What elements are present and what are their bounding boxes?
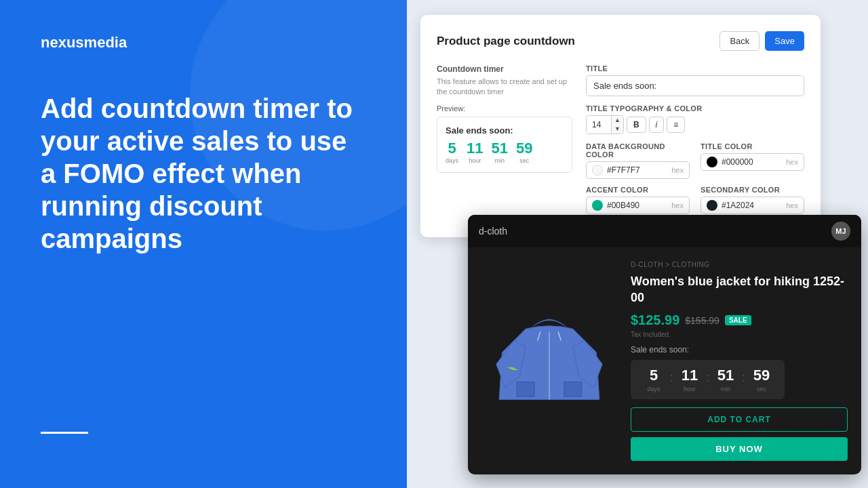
title-input[interactable] bbox=[586, 75, 804, 96]
accent-color-swatch bbox=[592, 200, 603, 211]
header-buttons: Back Save bbox=[719, 31, 804, 51]
title-color-input-row[interactable]: #000000 hex bbox=[701, 153, 804, 171]
align-button[interactable]: ≡ bbox=[667, 117, 685, 133]
dark-days-unit: 5 days bbox=[640, 367, 667, 392]
logo-suffix: media bbox=[84, 34, 127, 51]
preview-sec-unit: 59 sec bbox=[516, 141, 532, 164]
title-color-hex-label: hex bbox=[786, 158, 798, 166]
dark-hours-num: 11 bbox=[676, 367, 703, 384]
sale-badge: SALE bbox=[725, 315, 751, 325]
accent-color-input-row[interactable]: #00B490 hex bbox=[586, 197, 690, 214]
dark-sep3: : bbox=[739, 371, 748, 389]
section-desc: This feature allows to create and set up… bbox=[437, 77, 572, 98]
typography-row: ▲ ▼ B i ≡ bbox=[586, 115, 804, 134]
preview-min-unit: 51 min bbox=[492, 141, 508, 164]
back-button[interactable]: Back bbox=[719, 31, 760, 51]
italic-button[interactable]: i bbox=[649, 117, 665, 133]
logo: nexusmedia bbox=[41, 34, 366, 52]
right-area: Product page countdown Back Save Countdo… bbox=[407, 0, 868, 488]
preview-min-label: min bbox=[492, 157, 508, 164]
secondary-color-field: Secondary color #1A2024 hex bbox=[701, 186, 804, 214]
data-bg-hex-label: hex bbox=[671, 166, 684, 174]
dark-hours-unit: 11 hour bbox=[676, 367, 703, 392]
preview-sec-num: 59 bbox=[516, 141, 532, 156]
preview-hours-unit: 11 hour bbox=[467, 141, 483, 164]
secondary-color-input-row[interactable]: #1A2024 hex bbox=[701, 197, 804, 214]
admin-left-col: Countdown timer This feature allows to c… bbox=[437, 64, 572, 221]
dark-sec-unit: 59 sec bbox=[748, 367, 775, 392]
admin-content: Countdown timer This feature allows to c… bbox=[437, 64, 804, 221]
dark-countdown: 5 days : 11 hour : 51 min : 59 bbox=[631, 360, 785, 399]
preview-days-label: days bbox=[446, 157, 458, 164]
store-card: d-cloth MJ bbox=[468, 215, 861, 474]
dark-days-label: days bbox=[640, 386, 667, 392]
preview-sale-title: Sale ends soon: bbox=[446, 125, 564, 136]
dark-sep2: : bbox=[703, 371, 712, 389]
font-size-down[interactable]: ▼ bbox=[612, 125, 623, 134]
buy-now-button[interactable]: BUY NOW bbox=[631, 437, 848, 461]
dark-days-num: 5 bbox=[640, 367, 667, 384]
font-size-input[interactable] bbox=[587, 116, 611, 134]
secondary-color-label: Secondary color bbox=[701, 186, 804, 194]
breadcrumb: D-CLOTH > CLOTHING bbox=[631, 261, 848, 268]
sale-ends-label: Sale ends soon: bbox=[631, 345, 848, 354]
preview-days-num: 5 bbox=[446, 141, 458, 156]
preview-hours-label: hour bbox=[467, 157, 483, 164]
preview-sec-label: sec bbox=[516, 157, 532, 164]
secondary-color-value: #1A2024 bbox=[722, 201, 782, 210]
admin-right-col: Title TITLE TYPOGRAPHY & COLOR ▲ ▼ B i ≡ bbox=[586, 64, 804, 221]
title-color-field: Title color #000000 hex bbox=[701, 142, 804, 179]
store-body: D-CLOTH > CLOTHING Women's blue jacket f… bbox=[468, 247, 861, 474]
preview-label: Preview: bbox=[437, 104, 572, 113]
dark-min-label: min bbox=[712, 386, 739, 392]
product-info: D-CLOTH > CLOTHING Women's blue jacket f… bbox=[631, 261, 848, 461]
admin-header: Product page countdown Back Save bbox=[437, 31, 804, 51]
preview-days-unit: 5 days bbox=[446, 141, 458, 164]
logo-prefix: nexus bbox=[41, 34, 84, 51]
data-bg-swatch bbox=[592, 165, 603, 176]
dark-sep1: : bbox=[667, 371, 676, 389]
tax-text: Tax Included. bbox=[631, 331, 848, 338]
title-color-value: #000000 bbox=[722, 157, 782, 167]
store-brand: d-cloth bbox=[479, 226, 507, 237]
color-row-1: Data background color #F7F7F7 hex Title … bbox=[586, 142, 804, 179]
dark-min-unit: 51 min bbox=[712, 367, 739, 392]
dark-sec-num: 59 bbox=[748, 367, 775, 384]
preview-hours-num: 11 bbox=[467, 141, 483, 156]
data-bg-color-field: Data background color #F7F7F7 hex bbox=[586, 142, 690, 179]
color-row-2: Accent color #00B490 hex Secondary color… bbox=[586, 186, 804, 214]
accent-color-field: Accent color #00B490 hex bbox=[586, 186, 690, 214]
tagline: Add countdown timer to your active sales… bbox=[41, 92, 366, 255]
product-image bbox=[488, 293, 610, 429]
accent-color-label: Accent color bbox=[586, 186, 690, 194]
preview-min-num: 51 bbox=[492, 141, 508, 156]
font-size-up[interactable]: ▲ bbox=[612, 116, 623, 125]
dark-hours-label: hour bbox=[676, 386, 703, 392]
dark-sec-label: sec bbox=[748, 386, 775, 392]
left-panel: nexusmedia Add countdown timer to your a… bbox=[0, 0, 407, 488]
dark-min-num: 51 bbox=[712, 367, 739, 384]
data-bg-label: Data background color bbox=[586, 142, 690, 159]
accent-color-hex-label: hex bbox=[671, 201, 684, 209]
preview-countdown: 5 days 11 hour 51 min bbox=[446, 141, 564, 164]
data-bg-value: #F7F7F7 bbox=[607, 165, 667, 175]
price-new: $125.99 bbox=[631, 312, 679, 328]
save-button[interactable]: Save bbox=[765, 31, 804, 51]
secondary-color-swatch bbox=[707, 200, 717, 211]
data-bg-input-row[interactable]: #F7F7F7 hex bbox=[586, 161, 690, 179]
product-image-area bbox=[481, 261, 617, 461]
title-field-label: Title bbox=[586, 64, 804, 73]
store-topbar: d-cloth MJ bbox=[468, 215, 861, 247]
section-label: Countdown timer bbox=[437, 64, 572, 74]
accent-color-value: #00B490 bbox=[607, 201, 667, 210]
admin-card: Product page countdown Back Save Countdo… bbox=[420, 15, 821, 237]
bold-button[interactable]: B bbox=[627, 117, 646, 133]
preview-box: Sale ends soon: 5 days 11 hour bbox=[437, 117, 572, 173]
add-to-cart-button[interactable]: ADD TO CART bbox=[631, 407, 848, 432]
divider bbox=[41, 432, 88, 434]
price-old: $155.99 bbox=[685, 315, 719, 326]
font-size-arrows: ▲ ▼ bbox=[611, 116, 623, 134]
price-row: $125.99 $155.99 SALE bbox=[631, 312, 848, 328]
store-avatar: MJ bbox=[831, 222, 850, 241]
title-color-label: Title color bbox=[701, 142, 804, 150]
